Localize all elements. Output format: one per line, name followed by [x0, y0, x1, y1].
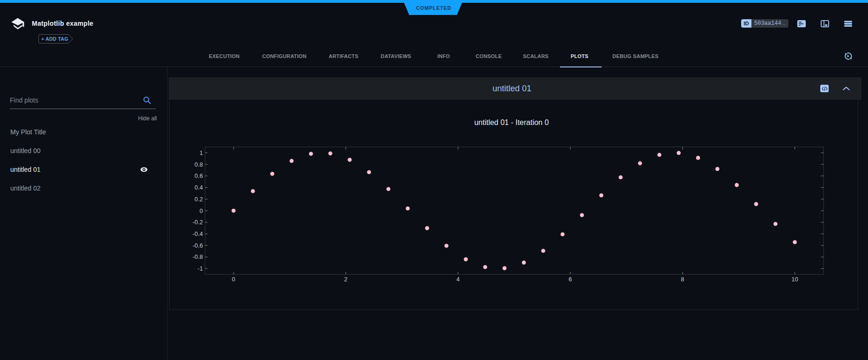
svg-text:0.2: 0.2	[195, 196, 203, 203]
svg-text:-0.6: -0.6	[192, 242, 203, 249]
svg-text:-0.4: -0.4	[192, 230, 203, 237]
svg-text:4: 4	[456, 276, 460, 283]
svg-text:1: 1	[199, 149, 203, 156]
svg-text:0: 0	[199, 207, 203, 214]
svg-text:8: 8	[681, 276, 684, 283]
svg-text:0: 0	[232, 276, 235, 283]
svg-text:6: 6	[569, 276, 572, 283]
svg-text:2: 2	[344, 276, 347, 283]
svg-text:0.4: 0.4	[195, 184, 203, 191]
svg-text:10: 10	[792, 276, 798, 283]
svg-text:-0.2: -0.2	[192, 219, 203, 226]
svg-text:0.8: 0.8	[195, 161, 203, 168]
svg-text:-1: -1	[198, 265, 203, 272]
svg-text:0.6: 0.6	[195, 172, 203, 179]
svg-text:-0.8: -0.8	[192, 253, 203, 260]
